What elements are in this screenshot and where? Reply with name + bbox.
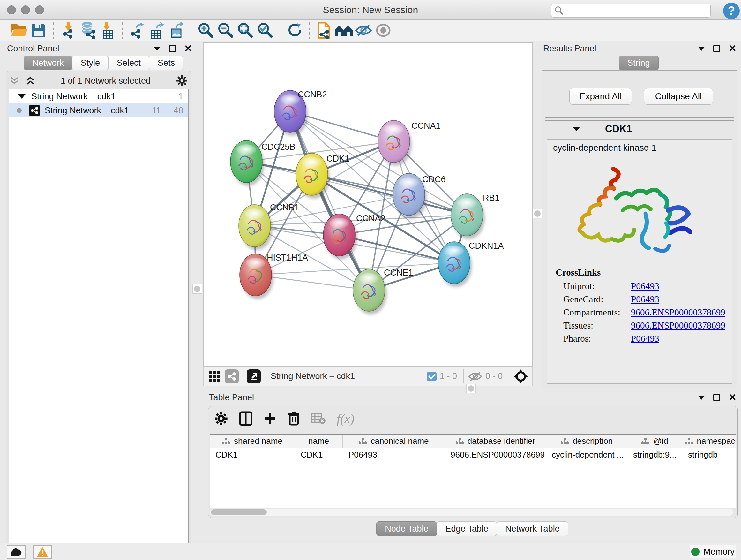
table-cell[interactable]: CDK1 <box>210 448 295 461</box>
zoom-out-button[interactable] <box>216 21 235 40</box>
panel-close-icon[interactable]: ✕ <box>729 45 737 52</box>
show-columns-icon[interactable] <box>239 411 253 426</box>
network-node-hist1h1a[interactable]: HIST1H1A <box>240 253 308 299</box>
zoom-selected-button[interactable] <box>255 21 275 40</box>
hidden-eye-icon[interactable] <box>468 371 483 382</box>
network-node-ccne1[interactable]: CCNE1 <box>353 268 413 314</box>
network-canvas[interactable]: CCNB2CCNA1CDC25BCDK1CDC6RB1CCNB1CCNA2CDK… <box>203 43 533 367</box>
table-cell[interactable]: stringdb <box>682 448 736 461</box>
column-header-database-identifier[interactable]: database identifier <box>445 435 546 448</box>
column-header-canonical-name[interactable]: canonical name <box>343 435 445 448</box>
import-network-database-button[interactable] <box>78 21 98 40</box>
share-file-button[interactable] <box>314 21 334 40</box>
collection-expand-icon[interactable] <box>18 94 25 99</box>
network-options-gear-icon[interactable] <box>176 75 188 87</box>
bottom-splitter-handle[interactable] <box>466 384 476 393</box>
expand-all-icon[interactable] <box>25 76 36 86</box>
panel-close-icon[interactable]: ✕ <box>729 394 737 401</box>
tab-edge-table[interactable]: Edge Table <box>436 521 497 536</box>
refresh-view-button[interactable] <box>285 21 305 40</box>
delete-table-icon <box>311 413 326 424</box>
panel-float-icon[interactable] <box>713 394 720 401</box>
gene-section-header[interactable]: CDK1 <box>545 121 734 137</box>
tab-style[interactable]: Style <box>72 56 109 70</box>
crosslink-pharos-link[interactable]: P06493 <box>631 333 659 344</box>
memory-button[interactable]: Memory <box>690 545 736 558</box>
collapse-all-icon[interactable] <box>9 76 19 86</box>
node-label: CCNE1 <box>384 268 413 277</box>
crosslink-uniprot-link[interactable]: P06493 <box>631 281 659 292</box>
zoom-in-button[interactable] <box>196 21 216 40</box>
tab-string[interactable]: String <box>619 56 659 70</box>
crosslink-compartments-link[interactable]: 9606.ENSP00000378699 <box>631 307 725 318</box>
tab-node-table[interactable]: Node Table <box>376 521 437 536</box>
tab-sets[interactable]: Sets <box>149 56 184 70</box>
selected-checkbox-icon[interactable] <box>426 371 437 382</box>
network-node-rb1[interactable]: RB1 <box>451 193 500 239</box>
tab-select[interactable]: Select <box>108 56 149 70</box>
node-label: CCNB2 <box>298 90 327 99</box>
panel-menu-icon[interactable] <box>153 47 160 51</box>
panel-menu-icon[interactable] <box>698 395 705 400</box>
tab-network-table[interactable]: Network Table <box>496 521 568 536</box>
column-header-description[interactable]: description <box>546 435 627 448</box>
table-cell[interactable]: 9606.ENSP00000378699 <box>445 448 546 461</box>
column-header-name[interactable]: name <box>295 435 343 448</box>
table-horizontal-scrollbar[interactable] <box>210 509 733 516</box>
zoom-fit-button[interactable] <box>235 21 255 40</box>
network-edge[interactable] <box>290 111 369 290</box>
network-node-ccna1[interactable]: CCNA1 <box>378 120 441 166</box>
table-cell[interactable]: CDK1 <box>295 448 343 461</box>
open-view-in-window-icon[interactable] <box>247 369 261 383</box>
cloud-status-button[interactable] <box>7 545 25 559</box>
show-hide-button[interactable] <box>354 21 374 40</box>
scrollbar-thumb[interactable] <box>211 509 267 515</box>
network-node-cdc6[interactable]: CDC6 <box>393 173 446 219</box>
birdseye-view-icon[interactable] <box>513 369 529 384</box>
import-network-file-button[interactable] <box>58 21 78 40</box>
network-node-cdkn1a[interactable]: CDKN1A <box>438 241 504 287</box>
search-field[interactable] <box>551 3 711 17</box>
import-table-button[interactable] <box>98 21 118 40</box>
network-node-ccnb1[interactable]: CCNB1 <box>239 203 299 250</box>
column-header-namespac[interactable]: namespac <box>682 435 736 448</box>
help-button[interactable]: ? <box>723 3 740 19</box>
table-settings-gear-icon[interactable] <box>214 412 228 426</box>
panel-float-icon[interactable] <box>169 45 176 52</box>
panel-menu-icon[interactable] <box>698 47 705 51</box>
warnings-button[interactable] <box>33 545 52 559</box>
left-splitter-handle[interactable] <box>192 284 202 294</box>
string-network-icon[interactable] <box>225 369 239 383</box>
search-input[interactable] <box>566 6 707 16</box>
expand-all-button[interactable]: Expand All <box>569 88 632 105</box>
open-session-button[interactable] <box>9 21 29 40</box>
grid-view-icon[interactable] <box>209 371 220 382</box>
export-network-button[interactable] <box>127 21 147 40</box>
home-pages-button[interactable] <box>334 21 354 40</box>
column-header--id[interactable]: @id <box>627 435 682 448</box>
network-collection-row[interactable]: String Network – cdk1 1 <box>9 89 188 104</box>
node-table[interactable]: shared namenamecanonical namedatabase id… <box>210 434 736 508</box>
crosslink-genecard-link[interactable]: P06493 <box>631 294 659 305</box>
delete-column-icon[interactable] <box>287 411 300 426</box>
crosslink-tissues-link[interactable]: 9606.ENSP00000378699 <box>631 320 725 331</box>
table-cell[interactable]: P06493 <box>343 448 445 461</box>
import-network-database-icon <box>78 21 97 39</box>
inspect-button[interactable] <box>374 21 393 40</box>
column-type-icon <box>222 437 230 445</box>
section-collapse-icon[interactable] <box>572 127 580 131</box>
add-column-icon[interactable] <box>263 412 277 425</box>
table-cell[interactable]: stringdb:9... <box>627 448 682 461</box>
network-row[interactable]: String Network – cdk1 11 48 <box>9 104 188 118</box>
collapse-all-button[interactable]: Collapse All <box>644 88 713 105</box>
right-splitter-handle[interactable] <box>533 209 542 219</box>
column-header-shared-name[interactable]: shared name <box>210 435 295 448</box>
export-table-button[interactable] <box>147 21 166 40</box>
panel-close-icon[interactable]: ✕ <box>184 45 192 52</box>
save-icon <box>30 22 47 38</box>
table-cell[interactable]: cyclin-dependent ... <box>546 448 627 461</box>
save-session-button[interactable] <box>29 21 49 40</box>
export-image-button[interactable] <box>166 21 186 40</box>
tab-network[interactable]: Network <box>23 56 72 70</box>
panel-float-icon[interactable] <box>713 45 720 52</box>
